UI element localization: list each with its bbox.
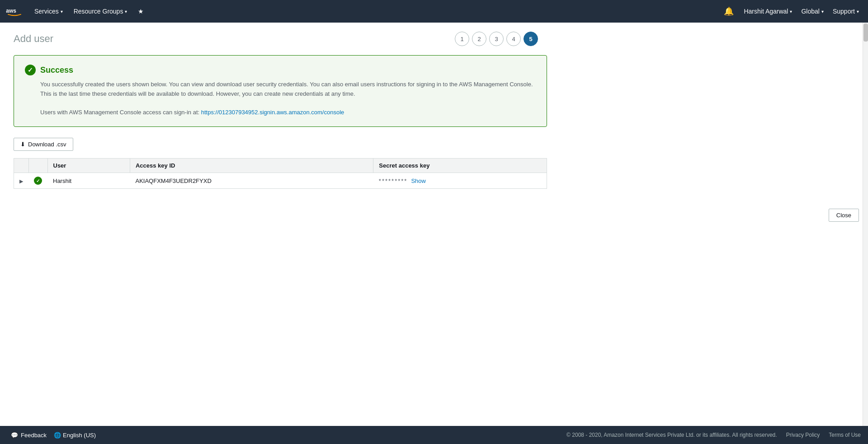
row-user-cell: Harshit (47, 173, 130, 189)
bottom-bar: 💬 Feedback 🌐 English (US) © 2008 - 2020,… (0, 426, 868, 444)
col-header-status (28, 159, 47, 173)
svg-text:aws: aws (6, 8, 16, 14)
support-chevron: ▾ (857, 9, 859, 14)
row-expand-cell: ▶ (14, 173, 29, 189)
download-icon: ⬇ (20, 141, 25, 148)
user-name-label: Harshit Agarwal (744, 8, 788, 15)
secret-key-container: ********* Show (379, 178, 541, 184)
region-menu[interactable]: Global ▾ (797, 0, 827, 23)
col-header-access-key: Access key ID (130, 159, 373, 173)
close-btn-area: Close (0, 201, 868, 229)
privacy-policy-link[interactable]: Privacy Policy (786, 432, 820, 438)
star-icon: ★ (138, 8, 144, 15)
success-header: Success (25, 65, 536, 75)
aws-logo[interactable]: aws (5, 6, 24, 17)
content-area: Add user 1 2 3 4 5 Success You successfu… (0, 23, 561, 198)
download-csv-label: Download .csv (28, 141, 66, 148)
language-label: English (US) (63, 432, 96, 439)
favorites-nav-item[interactable]: ★ (134, 0, 147, 23)
nav-right: 🔔 Harshit Agarwal ▾ Global ▾ Support ▾ (719, 0, 863, 23)
close-button[interactable]: Close (829, 209, 859, 222)
step-1[interactable]: 1 (455, 32, 469, 46)
region-label: Global (801, 8, 819, 15)
globe-icon: 🌐 (54, 432, 61, 439)
chat-icon: 💬 (11, 432, 18, 439)
user-name-value: Harshit (53, 178, 71, 184)
secret-key-dots: ********* (379, 178, 408, 184)
services-label: Services (34, 8, 59, 15)
support-label: Support (833, 8, 855, 15)
show-secret-key-link[interactable]: Show (411, 178, 426, 184)
row-status-cell (28, 173, 47, 189)
terms-of-use-link[interactable]: Terms of Use (829, 432, 861, 438)
services-nav-item[interactable]: Services ▾ (31, 0, 66, 23)
col-header-expand (14, 159, 29, 173)
main-content-wrapper: Add user 1 2 3 4 5 Success You successfu… (0, 23, 868, 426)
services-chevron: ▾ (61, 9, 63, 14)
page-title: Add user (14, 33, 53, 45)
success-icon (25, 65, 36, 75)
row-access-key-cell: AKIAQFXM4F3UEDR2FYXD (130, 173, 373, 189)
success-box: Success You successfully created the use… (14, 55, 547, 127)
resource-groups-chevron: ▾ (125, 9, 127, 14)
users-table: User Access key ID Secret access key ▶ H… (14, 158, 547, 189)
success-message2: Users with AWS Management Console access… (40, 109, 199, 116)
access-key-value: AKIAQFXM4F3UEDR2FYXD (135, 178, 211, 184)
scrollbar-thumb[interactable] (863, 23, 868, 42)
feedback-label: Feedback (21, 432, 47, 439)
step-5[interactable]: 5 (524, 32, 538, 46)
copyright-text: © 2008 - 2020, Amazon Internet Services … (566, 432, 777, 438)
user-menu[interactable]: Harshit Agarwal ▾ (740, 0, 796, 23)
step-4[interactable]: 4 (506, 32, 521, 46)
user-chevron: ▾ (790, 9, 792, 14)
step-2[interactable]: 2 (472, 32, 486, 46)
step-3[interactable]: 3 (489, 32, 504, 46)
success-text: You successfully created the users shown… (40, 80, 536, 117)
success-title: Success (40, 65, 73, 75)
table-header-row: User Access key ID Secret access key (14, 159, 547, 173)
success-signin-line: Users with AWS Management Console access… (40, 108, 536, 117)
download-csv-button[interactable]: ⬇ Download .csv (14, 138, 73, 151)
col-header-secret-key: Secret access key (373, 159, 547, 173)
support-menu[interactable]: Support ▾ (829, 0, 863, 23)
expand-arrow-icon[interactable]: ▶ (19, 178, 23, 184)
success-message1: You successfully created the users shown… (40, 80, 536, 99)
status-check-icon (34, 177, 42, 185)
scrollbar-track[interactable] (863, 23, 868, 426)
table-row: ▶ Harshit AKIAQFXM4F3UEDR2FYXD ********* (14, 173, 547, 189)
footer-right: © 2008 - 2020, Amazon Internet Services … (566, 432, 861, 438)
page-header: Add user 1 2 3 4 5 (14, 32, 547, 46)
language-button[interactable]: 🌐 English (US) (50, 430, 99, 440)
region-chevron: ▾ (821, 9, 824, 14)
resource-groups-label: Resource Groups (74, 8, 123, 15)
bell-icon[interactable]: 🔔 (719, 6, 738, 16)
signin-url-link[interactable]: https://012307934952.signin.aws.amazon.c… (201, 109, 344, 116)
resource-groups-nav-item[interactable]: Resource Groups ▾ (70, 0, 131, 23)
row-secret-key-cell: ********* Show (373, 173, 547, 189)
top-nav: aws Services ▾ Resource Groups ▾ ★ 🔔 Har… (0, 0, 868, 23)
steps-container: 1 2 3 4 5 (455, 32, 538, 46)
col-header-user: User (47, 159, 130, 173)
feedback-button[interactable]: 💬 Feedback (7, 430, 50, 440)
